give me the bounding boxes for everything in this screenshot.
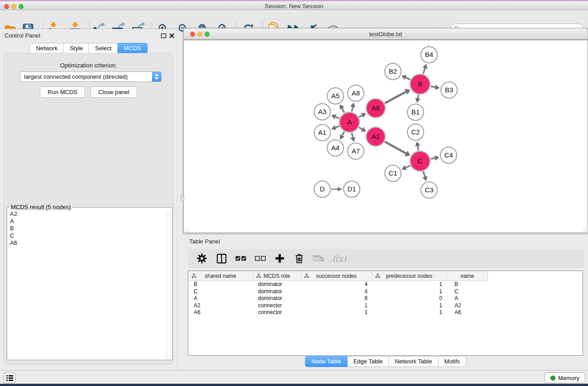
table-cell[interactable]: dominator (253, 288, 301, 295)
column-hierarchy-icon (256, 273, 261, 278)
table-cell[interactable]: 1 (301, 302, 372, 310)
table-cell[interactable]: 0 (372, 295, 446, 302)
result-scrollbar[interactable] (166, 212, 172, 359)
table-cell[interactable]: 8 (301, 295, 372, 302)
column-header-successor-nodes[interactable]: successor nodes (301, 271, 372, 281)
tab-style[interactable]: Style (64, 43, 89, 54)
tab-mcds[interactable]: MCDS (118, 43, 147, 54)
table-row[interactable]: Bdominator41B (188, 281, 583, 288)
graph-edge-C-C4[interactable] (431, 158, 435, 159)
memory-button[interactable]: Memory (545, 372, 585, 383)
graph-node-label-A: A (347, 118, 352, 126)
mcds-result-item[interactable]: C (10, 232, 163, 239)
mcds-result-item[interactable]: A2 (10, 210, 163, 218)
graph-edge-A-A1[interactable] (335, 126, 339, 128)
table-cell[interactable]: connector (253, 309, 301, 316)
table-cell[interactable]: A2 (446, 302, 488, 310)
column-header-shared-name[interactable]: shared name (188, 271, 253, 281)
table-panel-title: Table Panel (189, 238, 220, 245)
table-cell[interactable]: B (188, 281, 253, 288)
select-all-button[interactable] (235, 253, 247, 264)
table-cell[interactable]: 1 (372, 302, 446, 310)
graph-edge-A-A4[interactable] (342, 132, 344, 136)
network-view-window: testGlobe.txt B4B2BB3A8A5A6A3B1AA1C2A2A4… (183, 28, 588, 233)
table-cell[interactable]: 1 (372, 281, 446, 288)
graph-edge-A6-B[interactable] (385, 92, 406, 103)
function-builder-button[interactable]: f(x) (332, 254, 346, 263)
table-cell[interactable]: A (188, 295, 253, 302)
show-columns-button[interactable] (215, 253, 227, 264)
mcds-result-item[interactable]: B (10, 225, 163, 232)
mcds-result-list: A2ABCA6 (8, 209, 166, 359)
graph-edge-A-A2[interactable] (359, 128, 362, 129)
table-cell[interactable]: A2 (188, 302, 253, 310)
column-header-predecessor-nodes[interactable]: predecessor nodes (372, 271, 446, 281)
network-canvas[interactable]: B4B2BB3A8A5A6A3B1AA1C2A2A4A7C4CC1C3DD1 (183, 40, 588, 233)
table-cell[interactable]: C (446, 288, 488, 295)
mcds-result-item[interactable]: A (10, 218, 163, 225)
close-panel-button[interactable]: Close panel (91, 86, 137, 98)
table-settings-button[interactable] (196, 253, 208, 264)
table-cell[interactable]: 1 (301, 309, 372, 316)
panel-divider (177, 29, 177, 370)
table-cell[interactable]: 1 (372, 288, 446, 295)
graph-node-label-D: D (320, 185, 325, 193)
graph-edge-A-A5[interactable] (342, 108, 344, 112)
graph-node-label-B4: B4 (425, 51, 433, 58)
table-cell[interactable]: connector (253, 302, 301, 310)
table-cell[interactable]: 1 (372, 309, 446, 316)
resize-grip-left[interactable] (185, 228, 189, 232)
task-history-button[interactable] (4, 372, 15, 383)
graph-edge-B-B3[interactable] (431, 86, 435, 87)
graph-edge-A-A8[interactable] (352, 107, 353, 111)
table-row[interactable]: A6connector11A6 (188, 309, 583, 316)
column-header-name[interactable]: name (446, 271, 488, 281)
graph-edge-A-A6[interactable] (359, 115, 362, 117)
column-label: MCDS role (263, 273, 290, 279)
tab-node-table[interactable]: Node Table (305, 356, 348, 367)
graph-edge-A2-C[interactable] (385, 142, 406, 153)
float-panel-icon[interactable] (161, 33, 167, 38)
mcds-result-item[interactable]: A6 (10, 239, 163, 247)
network-window-titlebar[interactable]: testGlobe.txt (183, 28, 588, 40)
graph-edge-B-B1[interactable] (418, 95, 418, 99)
run-mcds-button[interactable]: Run MCDS (40, 86, 85, 98)
tab-motifs[interactable]: Motifs (438, 356, 466, 367)
table-cell[interactable]: A6 (446, 309, 488, 316)
graph-edge-B-B2[interactable] (406, 77, 410, 80)
table-cell[interactable]: C (188, 288, 253, 295)
deselect-all-button[interactable] (254, 253, 266, 264)
table-cell[interactable]: B (446, 281, 488, 288)
graph-edge-B-B4[interactable] (423, 68, 425, 74)
tab-network-table[interactable]: Network Table (389, 356, 438, 367)
table-cell[interactable]: A (446, 295, 488, 302)
table-cell[interactable]: 4 (301, 288, 372, 295)
table-cell[interactable]: dominator (253, 281, 301, 288)
table-cell[interactable]: 4 (301, 281, 372, 288)
table-cell[interactable]: A6 (188, 309, 253, 316)
graph-edge-C-C2[interactable] (418, 146, 419, 151)
splitter-handle[interactable] (181, 195, 184, 201)
graph-edge-arrowhead (350, 103, 355, 108)
graph-edge-A-A7[interactable] (352, 133, 353, 137)
graph-edge-C-C1[interactable] (406, 166, 410, 167)
create-column-button[interactable] (274, 253, 286, 264)
criterion-value: largest connected component (directed) (20, 73, 152, 80)
delete-table-button[interactable] (313, 253, 325, 264)
table-row[interactable]: A2connector11A2 (188, 302, 583, 310)
tab-edge-table[interactable]: Edge Table (347, 356, 389, 367)
table-row[interactable]: Cdominator41C (188, 288, 583, 295)
resize-grip-right[interactable] (583, 228, 587, 232)
graph-edge-A-A3[interactable] (335, 117, 339, 118)
close-panel-icon[interactable] (169, 33, 175, 38)
table-cell-filler (488, 281, 583, 288)
table-cell[interactable]: dominator (253, 295, 301, 302)
tab-network[interactable]: Network (29, 43, 64, 54)
graph-edge-C-C3[interactable] (423, 172, 425, 177)
delete-column-button[interactable] (293, 253, 305, 264)
criterion-select[interactable]: largest connected component (directed) (20, 71, 162, 82)
column-header-mcds-role[interactable]: MCDS role (253, 271, 301, 281)
graph-node-label-B: B (418, 80, 422, 88)
table-row[interactable]: Adominator80A (188, 295, 583, 302)
tab-select[interactable]: Select (89, 43, 118, 54)
